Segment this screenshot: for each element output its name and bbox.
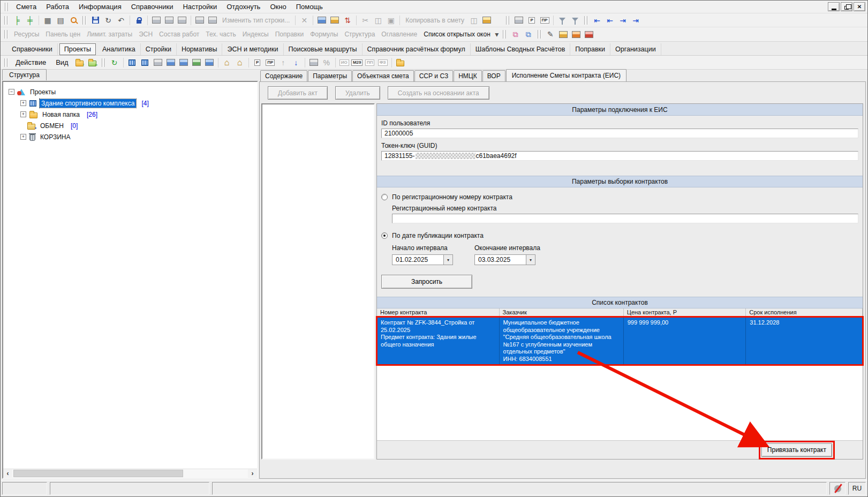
tree-insert-icon[interactable]: ╪	[24, 14, 36, 26]
tab-shablony-svodnyh[interactable]: Шаблоны Сводных Расчётов	[471, 43, 571, 55]
percent-icon[interactable]: %	[320, 57, 333, 69]
page-p-icon-2[interactable]: P	[251, 57, 264, 69]
tree-item-novaya-papka[interactable]: + Новая папка [26]	[9, 109, 255, 120]
tab-parametry[interactable]: Параметры	[308, 70, 352, 81]
film-save-icon[interactable]	[177, 57, 190, 69]
copy-estimate-icon[interactable]: ◫	[467, 14, 480, 26]
toolbar-grip[interactable]	[4, 30, 8, 39]
new-folder-icon[interactable]	[394, 57, 407, 69]
panel-sostav-rabot[interactable]: Состав работ	[156, 31, 202, 38]
tab-proekty[interactable]: Проекты	[59, 43, 96, 55]
tab-spravochnik-formul[interactable]: Справочник расчётных формул	[363, 43, 471, 55]
tab-poiskovye-marshruty[interactable]: Поисковые маршруты	[284, 43, 363, 55]
delete-act-button[interactable]: Удалить	[335, 86, 380, 100]
toolbar-grip[interactable]	[5, 3, 9, 11]
tab-ispolnenie-eis[interactable]: Исполнение Сметы контракта (ЕИС)	[506, 69, 627, 82]
by-number-radio[interactable]	[381, 194, 388, 200]
folder-up-icon[interactable]: ↑	[73, 57, 86, 69]
calc-building-icon[interactable]	[315, 14, 328, 26]
house-gear-icon[interactable]: ⌂	[233, 57, 246, 69]
tab-soderzhanie[interactable]: Содержание	[260, 70, 307, 81]
indent-all-icon[interactable]: ⇥	[629, 14, 642, 26]
menu-informaciya[interactable]: Информация	[74, 1, 126, 12]
layers-pink-icon[interactable]: ⧉	[509, 28, 522, 40]
panel-struktura[interactable]: Структура	[341, 31, 378, 38]
building-save-icon[interactable]	[164, 57, 177, 69]
minimize-button[interactable]	[828, 2, 840, 11]
web-publish-icon[interactable]	[193, 14, 206, 26]
house-icon[interactable]: ⌂	[221, 57, 233, 69]
panel-esn[interactable]: ЭСН	[135, 31, 156, 38]
tab-analitika[interactable]: Аналитика	[97, 43, 141, 55]
toolbar-grip[interactable]	[503, 30, 507, 39]
menu-vid[interactable]: Вид	[51, 57, 73, 68]
page-pr-icon-2[interactable]: ПР	[264, 57, 277, 69]
tab-popravki[interactable]: Поправки	[570, 43, 610, 55]
refresh-icon[interactable]: ↻	[102, 14, 115, 26]
pp-icon[interactable]: ПП	[364, 57, 376, 69]
column-term[interactable]: Срок исполнения	[746, 308, 863, 317]
by-date-radio[interactable]	[381, 232, 388, 239]
collapse-icon[interactable]: −	[9, 89, 14, 95]
dropdown-arrow-icon[interactable]: ▾	[526, 255, 535, 265]
structure-tree-icon[interactable]: ╞	[11, 14, 24, 26]
m29-icon[interactable]: М29	[351, 57, 364, 69]
filter-settings-2-icon[interactable]	[163, 14, 176, 26]
create-from-act-button[interactable]: Создать на основании акта	[388, 86, 489, 100]
scrollbar-thumb[interactable]	[13, 470, 183, 477]
copy-to-estimate-button[interactable]: Копировать в смету	[402, 17, 467, 24]
column-number[interactable]: Номер контракта	[377, 308, 500, 317]
interval-start-select[interactable]: 01.02.2025 ▾	[392, 254, 453, 265]
panel-popravki[interactable]: Поправки	[272, 31, 307, 38]
page-p-icon[interactable]: P	[525, 14, 538, 26]
horizontal-scrollbar[interactable]: ‹ ›	[3, 469, 257, 478]
tab-nmck[interactable]: НМЦК	[454, 70, 482, 81]
acts-list[interactable]	[261, 103, 375, 460]
sort-up-icon[interactable]: ⇅	[341, 14, 354, 26]
lock-icon[interactable]	[132, 14, 145, 26]
folder-remove-icon[interactable]: −	[86, 57, 99, 69]
io-index-icon[interactable]: ИО	[338, 57, 351, 69]
panel-indeksy[interactable]: Индексы	[239, 31, 272, 38]
layers-blue-icon[interactable]: ⧉	[522, 28, 535, 40]
menu-rabota[interactable]: Работа	[41, 1, 74, 12]
move-up-icon[interactable]: ↑	[277, 57, 290, 69]
add-act-button[interactable]: Добавить акт	[268, 86, 328, 100]
delete-row-icon[interactable]: ✕	[298, 14, 311, 26]
filter-settings-icon[interactable]	[150, 14, 163, 26]
paste-icon[interactable]: ▣	[384, 14, 397, 26]
reg-number-field[interactable]	[392, 214, 858, 223]
restore-button[interactable]	[841, 2, 852, 11]
globe-gear-icon[interactable]	[512, 14, 525, 26]
scroll-left-icon[interactable]: ‹	[3, 469, 12, 478]
toolbar-grip[interactable]	[82, 16, 86, 25]
panel-limit-zatraty[interactable]: Лимит. затраты	[84, 31, 135, 38]
search-icon[interactable]	[67, 14, 80, 26]
tab-normativy[interactable]: Нормативы	[177, 43, 223, 55]
user-id-field[interactable]	[381, 129, 858, 138]
comment-settings-icon[interactable]	[176, 14, 188, 26]
tree-item-proekty[interactable]: − Проекты	[9, 86, 255, 97]
change-row-type-button[interactable]: Изменить тип строки...	[219, 17, 293, 24]
tab-obektnaya-smeta[interactable]: Объектная смета	[352, 70, 414, 81]
panel-oglavlenie[interactable]: Оглавление	[378, 31, 420, 38]
book-arrow-icon[interactable]	[203, 57, 216, 69]
tab-organizacii[interactable]: Организации	[610, 43, 661, 55]
export-pdf-icon[interactable]: ▤	[54, 14, 67, 26]
copy-icon[interactable]: ◫	[372, 14, 384, 26]
menu-pomosch[interactable]: Помощь	[291, 1, 328, 12]
panel-resursy[interactable]: Ресурсы	[11, 31, 42, 38]
indent-level-icon[interactable]: ⇥	[616, 14, 629, 26]
refresh-tree-icon[interactable]: ↻	[108, 57, 121, 69]
funnel-clear-icon[interactable]	[569, 14, 582, 26]
tree-item-zdanie[interactable]: + Здание спортивного комплекса [4]	[9, 97, 255, 109]
cut-icon[interactable]: ✂	[359, 14, 372, 26]
pen-icon[interactable]: ✎	[544, 28, 557, 40]
undo-icon[interactable]: ↶	[115, 14, 127, 26]
panel-teh-chast[interactable]: Тех. часть	[202, 31, 239, 38]
toolbar-grip[interactable]	[538, 30, 541, 39]
bricks-icon[interactable]	[570, 28, 583, 40]
tab-esn-metodiki[interactable]: ЭСН и методики	[222, 43, 283, 55]
caret-down-icon[interactable]: ▾	[494, 28, 500, 40]
page-gear-icon[interactable]	[152, 57, 164, 69]
